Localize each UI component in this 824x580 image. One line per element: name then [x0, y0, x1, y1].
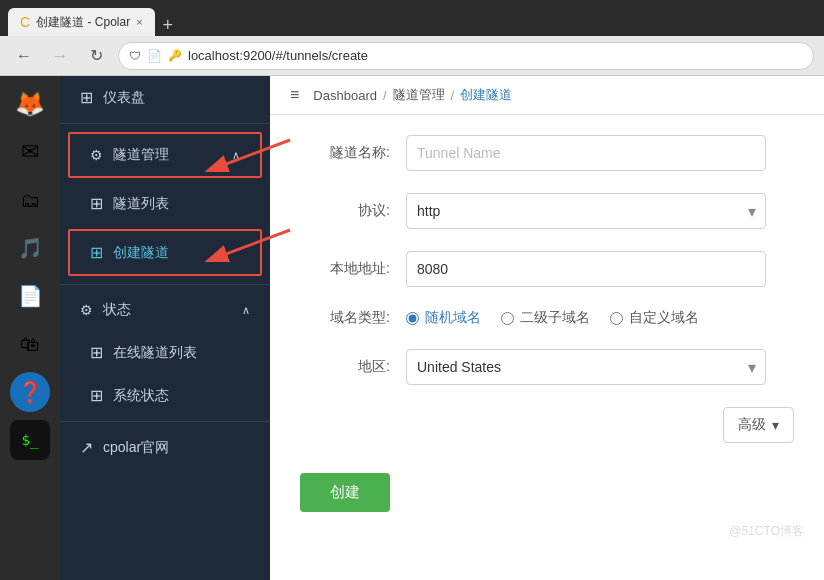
- status-icon: ⚙: [80, 302, 93, 318]
- taskbar-firefox[interactable]: 🦊: [10, 84, 50, 124]
- sidebar-official-label: cpolar官网: [103, 439, 169, 457]
- advanced-arrow-icon: ▾: [772, 417, 779, 433]
- lock-icon: 🔑: [168, 49, 182, 62]
- taskbar-music[interactable]: 🎵: [10, 228, 50, 268]
- sidebar-status-label: 状态: [103, 301, 131, 319]
- status-chevron: ∧: [242, 304, 250, 317]
- tunnel-name-input[interactable]: [406, 135, 766, 171]
- sidebar-sys-status-label: 系统状态: [113, 387, 169, 405]
- breadcrumb-dashboard[interactable]: Dashboard: [313, 88, 377, 103]
- back-button[interactable]: ←: [10, 42, 38, 70]
- region-select-wrapper: United States China Europe Asia: [406, 349, 766, 385]
- taskbar-files[interactable]: 🗂: [10, 180, 50, 220]
- taskbar: 🦊 ✉ 🗂 🎵 📄 🛍 ❓ $_: [0, 76, 60, 580]
- radio-second-domain[interactable]: 二级子域名: [501, 309, 590, 327]
- breadcrumb-sep-1: /: [383, 88, 387, 103]
- sidebar-online-list-label: 在线隧道列表: [113, 344, 197, 362]
- create-tunnel-icon: ⊞: [90, 243, 103, 262]
- watermark: @51CTO博客: [729, 523, 804, 540]
- sys-status-icon: ⊞: [90, 386, 103, 405]
- tunnel-mgmt-chevron: ∧: [232, 149, 240, 162]
- local-addr-label: 本地地址:: [300, 260, 390, 278]
- tunnel-name-label: 隧道名称:: [300, 144, 390, 162]
- url-display: localhost:9200/#/tunnels/create: [188, 48, 368, 63]
- sidebar-item-status[interactable]: ⚙ 状态 ∧: [60, 289, 270, 331]
- breadcrumb-sep-2: /: [451, 88, 455, 103]
- advanced-label: 高级: [738, 416, 766, 434]
- menu-toggle-icon[interactable]: ≡: [290, 86, 299, 104]
- page-icon: 📄: [147, 49, 162, 63]
- app-container: 🦊 ✉ 🗂 🎵 📄 🛍 ❓ $_ ⊞ 仪表盘 ⚙ 隧道管理 ∧: [0, 76, 824, 580]
- sidebar: ⊞ 仪表盘 ⚙ 隧道管理 ∧ ⊞ 隧道列表 ⊞ 创: [60, 76, 270, 580]
- region-row: 地区: United States China Europe Asia: [300, 349, 794, 385]
- main-content: ≡ Dashboard / 隧道管理 / 创建隧道 隧道名称: 协议:: [270, 76, 824, 580]
- advanced-row: 高级 ▾: [300, 407, 794, 443]
- sidebar-divider-3: [60, 421, 270, 422]
- region-label: 地区:: [300, 358, 390, 376]
- tab-bar: C 创建隧道 - Cpolar × +: [8, 0, 181, 36]
- address-bar[interactable]: 🛡 📄 🔑 localhost:9200/#/tunnels/create: [118, 42, 814, 70]
- navigation-bar: ← → ↻ 🛡 📄 🔑 localhost:9200/#/tunnels/cre…: [0, 36, 824, 76]
- sidebar-item-dashboard[interactable]: ⊞ 仪表盘: [60, 76, 270, 119]
- official-icon: ↗: [80, 438, 93, 457]
- local-addr-input[interactable]: [406, 251, 766, 287]
- local-addr-row: 本地地址:: [300, 251, 794, 287]
- breadcrumb-bar: ≡ Dashboard / 隧道管理 / 创建隧道: [270, 76, 824, 115]
- protocol-select-wrapper: http https tcp udp: [406, 193, 766, 229]
- online-list-icon: ⊞: [90, 343, 103, 362]
- breadcrumb-tunnel-mgmt[interactable]: 隧道管理: [393, 86, 445, 104]
- tunnel-mgmt-icon: ⚙: [90, 147, 103, 163]
- sidebar-tunnel-mgmt-label: 隧道管理: [113, 146, 169, 164]
- form-container: 隧道名称: 协议: http https tcp udp: [270, 115, 824, 580]
- dashboard-icon: ⊞: [80, 88, 93, 107]
- tunnel-list-icon: ⊞: [90, 194, 103, 213]
- security-icon: 🛡: [129, 49, 141, 63]
- sidebar-divider-1: [60, 123, 270, 124]
- taskbar-doc[interactable]: 📄: [10, 276, 50, 316]
- tab-favicon: C: [20, 14, 30, 30]
- sidebar-tunnel-list-label: 隧道列表: [113, 195, 169, 213]
- new-tab-button[interactable]: +: [155, 15, 182, 36]
- sidebar-divider-2: [60, 284, 270, 285]
- tab-close-button[interactable]: ×: [136, 16, 142, 28]
- taskbar-help[interactable]: ❓: [10, 372, 50, 412]
- sidebar-item-tunnel-list[interactable]: ⊞ 隧道列表: [60, 182, 270, 225]
- sidebar-dashboard-label: 仪表盘: [103, 89, 145, 107]
- sidebar-item-sys-status[interactable]: ⊞ 系统状态: [60, 374, 270, 417]
- protocol-select[interactable]: http https tcp udp: [406, 193, 766, 229]
- advanced-button[interactable]: 高级 ▾: [723, 407, 794, 443]
- browser-chrome: C 创建隧道 - Cpolar × +: [0, 0, 824, 36]
- taskbar-email[interactable]: ✉: [10, 132, 50, 172]
- radio-random-domain[interactable]: 随机域名: [406, 309, 481, 327]
- domain-type-label: 域名类型:: [300, 309, 390, 327]
- sidebar-create-tunnel-label: 创建隧道: [113, 244, 169, 262]
- second-domain-label: 二级子域名: [520, 309, 590, 327]
- domain-type-row: 域名类型: 随机域名 二级子域名 自定义域名: [300, 309, 794, 327]
- create-button[interactable]: 创建: [300, 473, 390, 512]
- forward-button[interactable]: →: [46, 42, 74, 70]
- active-tab[interactable]: C 创建隧道 - Cpolar ×: [8, 8, 155, 36]
- custom-domain-label: 自定义域名: [629, 309, 699, 327]
- create-row: 创建: [300, 463, 794, 512]
- reload-button[interactable]: ↻: [82, 42, 110, 70]
- tab-title: 创建隧道 - Cpolar: [36, 14, 130, 31]
- sidebar-item-official[interactable]: ↗ cpolar官网: [60, 426, 270, 469]
- sidebar-item-create-tunnel[interactable]: ⊞ 创建隧道: [70, 231, 260, 274]
- domain-type-radio-group: 随机域名 二级子域名 自定义域名: [406, 309, 794, 327]
- breadcrumb-create-tunnel: 创建隧道: [460, 86, 512, 104]
- region-select[interactable]: United States China Europe Asia: [406, 349, 766, 385]
- taskbar-terminal[interactable]: $_: [10, 420, 50, 460]
- sidebar-item-tunnel-mgmt[interactable]: ⚙ 隧道管理 ∧: [70, 134, 260, 176]
- tunnel-name-row: 隧道名称:: [300, 135, 794, 171]
- random-domain-label: 随机域名: [425, 309, 481, 327]
- radio-custom-domain[interactable]: 自定义域名: [610, 309, 699, 327]
- protocol-label: 协议:: [300, 202, 390, 220]
- sidebar-item-online-list[interactable]: ⊞ 在线隧道列表: [60, 331, 270, 374]
- protocol-row: 协议: http https tcp udp: [300, 193, 794, 229]
- taskbar-store[interactable]: 🛍: [10, 324, 50, 364]
